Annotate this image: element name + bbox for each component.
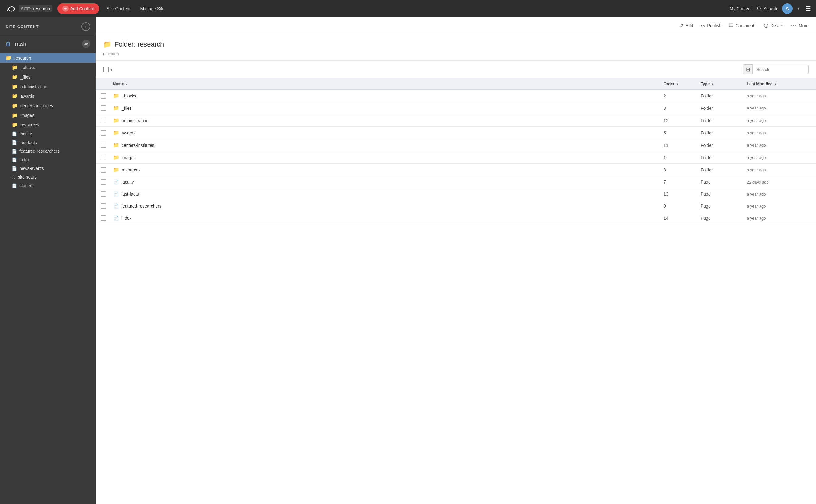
row-folder-icon: 📁 <box>113 142 119 148</box>
hamburger-menu-icon[interactable]: ☰ <box>806 5 811 12</box>
tree-item-label: centers-institutes <box>20 103 53 108</box>
row-checkbox[interactable] <box>101 191 106 197</box>
table-row[interactable]: 📁 _files 3 Folder a year ago <box>96 102 816 114</box>
table-row[interactable]: 📄 index 14 Page a year ago <box>96 212 816 224</box>
row-name[interactable]: 📁 awards <box>113 130 664 136</box>
header-name-label: Name <box>113 81 124 86</box>
page-icon: 📄 <box>12 166 17 171</box>
sort-order-icon: ▲ <box>676 82 679 86</box>
sidebar-item-research[interactable]: 📁research <box>0 53 96 63</box>
tree-item-label: news-events <box>19 166 44 171</box>
row-page-icon: 📄 <box>113 215 119 221</box>
row-checkbox[interactable] <box>101 179 106 185</box>
sidebar-item-site-setup[interactable]: ⬡site-setup <box>0 173 96 181</box>
nav-manage-site[interactable]: Manage Site <box>137 4 168 14</box>
row-name[interactable]: 📁 resources <box>113 167 664 173</box>
details-icon: i <box>764 23 768 28</box>
user-avatar[interactable]: S <box>782 3 793 14</box>
sort-name-icon: ▲ <box>125 82 128 86</box>
svg-text:i: i <box>766 25 767 27</box>
table-row[interactable]: 📁 administration 12 Folder a year ago <box>96 114 816 127</box>
nav-site-content[interactable]: Site Content <box>103 4 134 14</box>
row-checkbox[interactable] <box>101 130 106 136</box>
sidebar: SITE CONTENT ‹ 🗑 Trash 36 📁research📁_blo… <box>0 17 96 504</box>
action-bar: Edit Publish Comments i <box>96 17 816 34</box>
row-modified: a year ago <box>747 106 809 110</box>
row-name-text: centers-institutes <box>122 143 154 148</box>
plus-icon: + <box>62 6 68 12</box>
header-order[interactable]: Order ▲ <box>664 81 701 86</box>
row-name[interactable]: 📁 _files <box>113 105 664 111</box>
search-nav-label: Search <box>764 6 777 11</box>
table-row[interactable]: 📄 featured-researchers 9 Page a year ago <box>96 200 816 212</box>
sidebar-item-index[interactable]: 📄index <box>0 155 96 164</box>
details-button[interactable]: i Details <box>764 22 784 29</box>
row-name[interactable]: 📁 centers-institutes <box>113 142 664 148</box>
comments-button[interactable]: Comments <box>729 22 756 29</box>
row-name[interactable]: 📄 featured-researchers <box>113 203 664 209</box>
row-checkbox[interactable] <box>101 118 106 123</box>
sidebar-trash-row[interactable]: 🗑 Trash 36 <box>0 36 96 52</box>
sidebar-item-faculty[interactable]: 📄faculty <box>0 130 96 138</box>
search-input-wrapper <box>753 65 809 74</box>
table-row[interactable]: 📄 faculty 7 Page 22 days ago <box>96 176 816 188</box>
select-all-checkbox[interactable] <box>103 67 109 72</box>
row-checkbox[interactable] <box>101 105 106 111</box>
grid-view-button[interactable]: ⊞ <box>743 64 753 74</box>
search-nav-button[interactable]: Search <box>757 6 777 11</box>
row-name[interactable]: 📄 index <box>113 215 664 221</box>
row-checkbox[interactable] <box>101 215 106 221</box>
table-row[interactable]: 📁 images 1 Folder a year ago <box>96 151 816 164</box>
table-controls: ▾ ⊞ <box>96 61 816 78</box>
table-row[interactable]: 📁 awards 5 Folder a year ago <box>96 127 816 139</box>
header-name[interactable]: Name ▲ <box>113 81 664 86</box>
row-name[interactable]: 📁 _blocks <box>113 93 664 99</box>
row-name[interactable]: 📄 fast-facts <box>113 191 664 197</box>
trash-label: Trash <box>14 41 26 47</box>
logo-icon[interactable] <box>5 3 16 14</box>
sidebar-collapse-button[interactable]: ‹ <box>81 22 90 31</box>
header-modified[interactable]: Last Modified ▲ <box>747 81 809 86</box>
user-menu-chevron-icon[interactable]: ▾ <box>797 6 799 11</box>
select-dropdown-chevron-icon[interactable]: ▾ <box>110 67 113 72</box>
table-header-row: Name ▲ Order ▲ Type ▲ Last Modified ▲ <box>96 78 816 90</box>
tree-item-label: featured-researchers <box>19 149 60 154</box>
sidebar-item-_files[interactable]: 📁_files <box>0 72 96 82</box>
publish-button[interactable]: Publish <box>700 22 721 29</box>
row-checkbox[interactable] <box>101 93 106 99</box>
sidebar-item-images[interactable]: 📁images <box>0 110 96 120</box>
row-name[interactable]: 📄 faculty <box>113 179 664 185</box>
add-content-button[interactable]: + Add Content <box>57 3 99 14</box>
table-row[interactable]: 📄 fast-facts 13 Page a year ago <box>96 188 816 200</box>
sidebar-item-student[interactable]: 📄student <box>0 181 96 190</box>
row-checkbox[interactable] <box>101 143 106 148</box>
sidebar-item-awards[interactable]: 📁awards <box>0 91 96 101</box>
row-checkbox[interactable] <box>101 167 106 173</box>
more-button[interactable]: ··· More <box>791 22 809 30</box>
sidebar-item-_blocks[interactable]: 📁_blocks <box>0 63 96 72</box>
row-order: 12 <box>664 118 701 123</box>
table-row[interactable]: 📁 resources 8 Folder a year ago <box>96 164 816 176</box>
page-icon: 📄 <box>12 140 17 145</box>
tree-item-label: fast-facts <box>19 140 37 145</box>
row-type: Folder <box>701 130 747 135</box>
page-header: 📁 Folder: research research <box>96 34 816 61</box>
table-search-input[interactable] <box>753 65 808 74</box>
comments-label: Comments <box>735 23 756 28</box>
sidebar-item-resources[interactable]: 📁resources <box>0 120 96 130</box>
row-name[interactable]: 📁 images <box>113 155 664 160</box>
edit-button[interactable]: Edit <box>679 22 693 29</box>
sidebar-item-featured-researchers[interactable]: 📄featured-researchers <box>0 147 96 155</box>
sidebar-item-centers-institutes[interactable]: 📁centers-institutes <box>0 101 96 110</box>
sidebar-item-news-events[interactable]: 📄news-events <box>0 164 96 173</box>
row-checkbox[interactable] <box>101 203 106 209</box>
table-row[interactable]: 📁 centers-institutes 11 Folder a year ag… <box>96 139 816 151</box>
table-row[interactable]: 📁 _blocks 2 Folder a year ago <box>96 90 816 102</box>
header-type[interactable]: Type ▲ <box>701 81 747 86</box>
sidebar-item-fast-facts[interactable]: 📄fast-facts <box>0 138 96 147</box>
my-content-button[interactable]: My Content <box>730 6 752 11</box>
row-checkbox[interactable] <box>101 155 106 160</box>
sidebar-item-administration[interactable]: 📁administration <box>0 82 96 91</box>
row-name[interactable]: 📁 administration <box>113 118 664 123</box>
tree-item-label: index <box>19 157 30 162</box>
